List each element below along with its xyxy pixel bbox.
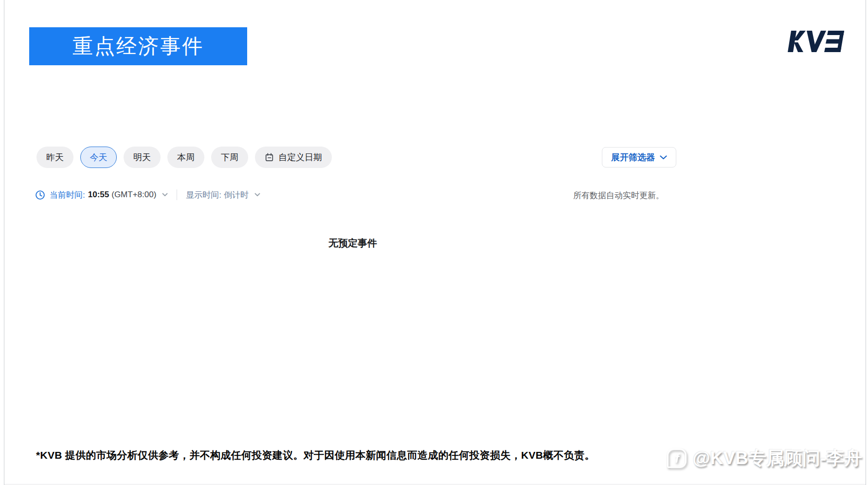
tab-tomorrow[interactable]: 明天 (124, 147, 161, 168)
bubble-f-icon: f (667, 448, 687, 468)
window-right-border (866, 0, 866, 485)
tab-this-week[interactable]: 本周 (167, 147, 204, 168)
date-filter-tabs: 昨天 今天 明天 本周 下周 自定义日期 (36, 147, 332, 168)
tab-label: 下周 (221, 151, 238, 163)
tab-next-week[interactable]: 下周 (211, 147, 248, 168)
watermark-text: @KVB专属顾问-李舟 (692, 446, 862, 470)
kvb-logo (787, 31, 844, 52)
calendar-icon (265, 153, 274, 162)
display-time-value: 倒计时 (224, 189, 249, 201)
page-title-banner: 重点经济事件 (29, 27, 247, 65)
tab-custom-date[interactable]: 自定义日期 (255, 147, 332, 168)
watermark: f @KVB专属顾问-李舟 (667, 446, 862, 470)
window-bottom-border (4, 484, 866, 485)
timezone-value: (GMT+8:00) (111, 190, 156, 200)
time-bar: 当前时间: 10:55 (GMT+8:00) 显示时间: 倒计时 (35, 188, 260, 202)
timezone-dropdown-chevron-icon[interactable] (162, 193, 168, 197)
tab-label: 明天 (133, 151, 151, 163)
tab-label: 本周 (177, 151, 195, 163)
clock-icon (35, 190, 45, 200)
no-events-message: 无预定事件 (36, 237, 669, 250)
display-time-dropdown-chevron-icon[interactable] (254, 193, 260, 197)
display-time-label: 显示时间: (186, 189, 221, 201)
tab-today[interactable]: 今天 (80, 147, 117, 168)
tab-label: 今天 (90, 151, 108, 163)
auto-update-note: 所有数据自动实时更新。 (573, 190, 664, 201)
tab-label: 自定义日期 (278, 151, 322, 163)
expand-filters-button[interactable]: 展开筛选器 (602, 147, 676, 168)
kvb-logo-icon (787, 31, 844, 52)
current-time-label: 当前时间: (50, 189, 85, 201)
current-time-value: 10:55 (88, 190, 109, 200)
tab-label: 昨天 (46, 151, 64, 163)
chevron-down-icon (660, 155, 667, 160)
window-left-border (4, 0, 4, 485)
vertical-divider (177, 189, 177, 200)
expand-filters-label: 展开筛选器 (611, 151, 655, 163)
disclaimer-text: *KVB 提供的市场分析仅供参考，并不构成任何投资建议。对于因使用本新闻信息而造… (36, 448, 595, 462)
tab-yesterday[interactable]: 昨天 (36, 147, 73, 168)
page-title: 重点经济事件 (72, 33, 204, 60)
